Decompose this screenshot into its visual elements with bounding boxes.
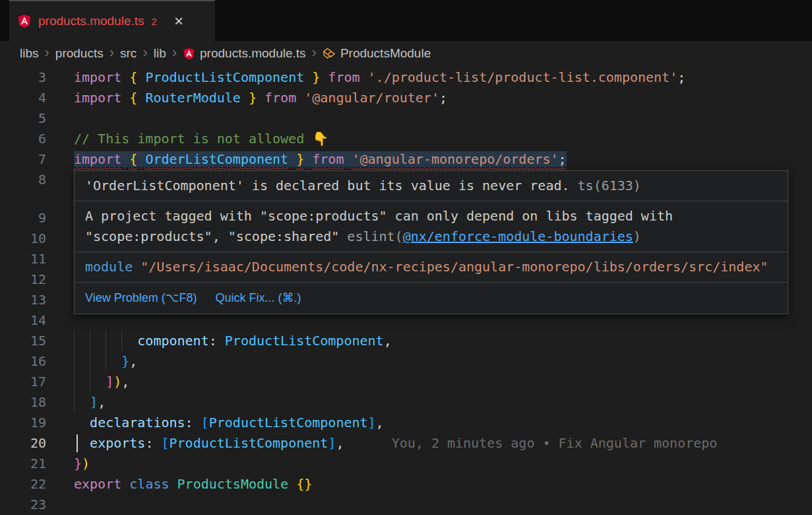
code-row: 20 exports: [ProductListComponent],You, … <box>0 433 812 454</box>
chevron-right-icon: › <box>109 46 114 60</box>
line-number[interactable]: 22 <box>0 474 46 495</box>
angular-icon <box>183 48 195 60</box>
error-hover-popup: 'OrderListComponent' is declared but its… <box>74 170 788 314</box>
code-line[interactable]: import { OrderListComponent } from '@ang… <box>74 149 812 170</box>
close-icon[interactable]: × <box>174 13 183 29</box>
line-number[interactable]: 15 <box>0 331 46 351</box>
code-line[interactable]: declarations: [ProductListComponent], <box>74 413 812 433</box>
line-number[interactable]: 13 <box>0 290 46 310</box>
code-editor: 3import { ProductListComponent } from '.… <box>0 66 812 515</box>
indent-guide <box>106 351 106 372</box>
code-row: 3import { ProductListComponent } from '.… <box>0 67 812 88</box>
code-row: 23 <box>0 495 812 515</box>
code-row: 5 <box>0 108 812 129</box>
code-line[interactable]: component: ProductListComponent, <box>74 331 812 351</box>
line-number[interactable]: 17 <box>0 372 46 392</box>
line-number[interactable]: 10 <box>0 228 46 249</box>
error-squiggle-highlight: import { OrderListComponent } from '@ang… <box>74 151 567 167</box>
line-number[interactable]: 5 <box>0 108 46 129</box>
code-line[interactable]: export class ProductsModule {} <box>74 474 812 495</box>
quick-fix-button[interactable]: Quick Fix... (⌘.) <box>215 288 301 308</box>
line-number[interactable]: 6 <box>0 129 46 149</box>
code-row: 4import { RouterModule } from '@angular/… <box>0 88 812 108</box>
code-row: 17 ]), <box>0 372 812 392</box>
hover-ts-message: 'OrderListComponent' is declared but its… <box>75 171 788 201</box>
breadcrumb-item-lib[interactable]: lib <box>154 46 166 61</box>
breadcrumb-item-libs[interactable]: libs <box>20 46 39 61</box>
code-row: 15 component: ProductListComponent, <box>0 331 812 351</box>
line-number[interactable]: 7 <box>0 149 46 170</box>
line-number[interactable]: 4 <box>0 88 46 108</box>
breadcrumb-item-file[interactable]: products.module.ts <box>183 46 306 61</box>
eslint-rule-link[interactable]: @nx/enforce-module-boundaries <box>403 228 633 244</box>
code-line[interactable]: ], <box>74 392 812 413</box>
indent-guide <box>74 392 75 413</box>
problems-badge: 2 <box>152 16 157 27</box>
tab-label: products.module.ts <box>38 14 144 28</box>
code-line[interactable]: }, <box>74 351 812 372</box>
text-cursor <box>77 434 78 452</box>
indent-guide <box>74 331 75 351</box>
code-line[interactable]: ]), <box>74 372 812 392</box>
tab-products-module[interactable]: products.module.ts 2 × <box>9 0 215 41</box>
line-number[interactable]: 12 <box>0 269 46 290</box>
breadcrumb-item-symbol[interactable]: ProductsModule <box>323 46 431 61</box>
code-row: 19 declarations: [ProductListComponent], <box>0 413 812 433</box>
chevron-right-icon: › <box>142 46 147 60</box>
code-line[interactable]: import { RouterModule } from '@angular/r… <box>74 88 812 108</box>
indent-guide <box>121 331 122 351</box>
code-row: 16 }, <box>0 351 812 372</box>
breadcrumb-item-products[interactable]: products <box>55 46 104 61</box>
hover-module-info: module "/Users/isaac/Documents/code/nx-r… <box>75 252 788 283</box>
module-path: "/Users/isaac/Documents/code/nx-recipes/… <box>133 259 768 275</box>
line-number[interactable]: 23 <box>0 495 46 515</box>
line-number[interactable]: 21 <box>0 454 46 474</box>
line-number[interactable]: 11 <box>0 249 46 269</box>
line-number[interactable]: 9 <box>0 208 46 228</box>
line-number[interactable]: 18 <box>0 392 46 413</box>
view-problem-button[interactable]: View Problem (⌥F8) <box>85 288 197 308</box>
angular-icon <box>17 14 32 28</box>
code-line[interactable] <box>74 108 812 129</box>
code-row: 22export class ProductsModule {} <box>0 474 812 495</box>
hover-actions: View Problem (⌥F8) Quick Fix... (⌘.) <box>75 283 788 314</box>
breadcrumb-item-src[interactable]: src <box>120 46 137 61</box>
code-line[interactable]: exports: [ProductListComponent],You, 2 m… <box>74 433 812 454</box>
indent-guide <box>90 372 90 392</box>
chevron-right-icon: › <box>172 46 177 60</box>
indent-guide <box>74 372 75 392</box>
line-number[interactable]: 14 <box>0 310 46 331</box>
git-blame-annotation: You, 2 minutes ago • Fix Angular monorep… <box>392 435 718 451</box>
code-row: 7import { OrderListComponent } from '@an… <box>0 149 812 170</box>
indent-guide <box>90 351 90 372</box>
chevron-right-icon: › <box>312 46 317 60</box>
code-line[interactable] <box>74 495 812 515</box>
tab-bar: products.module.ts 2 × <box>0 0 812 41</box>
hover-eslint-message: A project tagged with "scope:products" c… <box>75 201 788 252</box>
indent-guide <box>74 351 75 372</box>
line-number[interactable]: 3 <box>0 67 46 88</box>
code-line[interactable]: import { ProductListComponent } from './… <box>74 67 812 88</box>
code-line[interactable]: // This import is not allowed 👇 <box>74 129 812 149</box>
line-number[interactable]: 19 <box>0 413 46 433</box>
code-line[interactable]: }) <box>74 454 812 474</box>
line-number[interactable]: 8 <box>0 170 46 190</box>
breadcrumb: libs › products › src › lib › products.m… <box>0 41 812 66</box>
code-row: 6// This import is not allowed 👇 <box>0 129 812 149</box>
class-symbol-icon <box>323 47 336 60</box>
line-number[interactable]: 16 <box>0 351 46 372</box>
indent-guide <box>106 331 106 351</box>
ts-error-code: ts(6133) <box>570 178 641 193</box>
indent-guide <box>90 331 90 351</box>
code-row: 21}) <box>0 454 812 474</box>
chevron-right-icon: › <box>45 46 49 60</box>
code-row: 18 ], <box>0 392 812 413</box>
line-number[interactable]: 20 <box>0 433 46 454</box>
